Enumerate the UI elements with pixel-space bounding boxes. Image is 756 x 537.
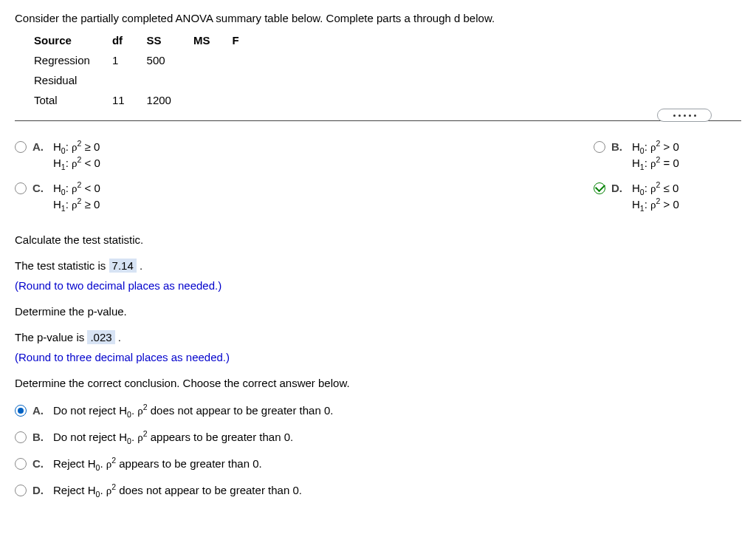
calc-stat-label: Calculate the test statistic. [15,232,741,247]
question-intro: Consider the partially completed ANOVA s… [15,10,741,26]
option-body: Do not reject H0. ρ2 appears to be great… [53,429,293,445]
option-letter: C. [32,180,47,196]
conclusion-label: Determine the correct conclusion. Choose… [15,375,741,391]
pvalue-sentence: The p-value is .023 . [15,329,741,345]
option-body: Reject H0. ρ2 appears to be greater than… [53,456,262,472]
table-row: Regression 1 500 [34,50,261,70]
conclusion-option-a[interactable]: A. Do not reject H0. ρ2 does not appear … [15,403,741,419]
anova-table: Source df SS MS F Regression 1 500 Resid… [34,30,741,110]
col-source: Source [34,30,112,50]
table-row: Total 11 1200 [34,90,261,110]
option-a[interactable]: A. H0: ρ2 ≥ 0 H1: ρ2 < 0 [15,139,413,171]
option-body: Reject H0. ρ2 does not appear to be grea… [53,482,302,499]
radio-icon[interactable] [15,431,27,443]
option-letter: A. [32,139,47,154]
cell: 11 [112,90,147,110]
cell: Total [34,90,112,110]
cell: 1200 [147,90,193,110]
divider [15,120,741,121]
option-body: H0: ρ2 ≤ 0 H1: ρ2 > 0 [632,180,679,213]
col-f: F [232,30,261,50]
option-letter: C. [32,456,47,471]
option-letter: B. [611,139,626,154]
pvalue-hint: (Round to three decimal places as needed… [15,349,741,365]
conclusion-option-b[interactable]: B. Do not reject H0. ρ2 appears to be gr… [15,429,741,445]
col-ms: MS [193,30,233,50]
radio-icon[interactable] [15,485,27,496]
col-ss: SS [147,30,193,50]
option-letter: D. [32,482,47,498]
option-letter: B. [32,429,47,445]
radio-icon[interactable] [594,141,605,153]
stat-hint: (Round to two decimal places as needed.) [15,278,741,293]
option-body: H0: ρ2 ≥ 0 H1: ρ2 < 0 [53,139,100,171]
radio-selected-icon[interactable] [15,405,27,417]
option-b[interactable]: B. H0: ρ2 > 0 H1: ρ2 = 0 [594,139,741,171]
stat-sentence: The test statistic is 7.14 . [15,258,741,273]
option-body: H0: ρ2 < 0 H1: ρ2 ≥ 0 [53,180,100,213]
conclusion-option-c[interactable]: C. Reject H0. ρ2 appears to be greater t… [15,456,741,472]
pvalue-label: Determine the p-value. [15,304,741,319]
option-letter: D. [611,180,626,196]
radio-icon[interactable] [15,141,27,153]
radio-correct-icon[interactable] [594,182,605,194]
more-dots-button[interactable] [657,109,712,122]
option-c[interactable]: C. H0: ρ2 < 0 H1: ρ2 ≥ 0 [15,180,413,213]
col-df: df [112,30,147,50]
option-d[interactable]: D. H0: ρ2 ≤ 0 H1: ρ2 > 0 [594,180,741,213]
radio-icon[interactable] [15,182,27,194]
radio-icon[interactable] [15,458,27,470]
option-body: Do not reject H0. ρ2 does not appear to … [53,403,333,419]
cell: 500 [147,50,193,70]
stat-value[interactable]: 7.14 [109,259,137,273]
conclusion-option-d[interactable]: D. Reject H0. ρ2 does not appear to be g… [15,482,741,499]
table-row: Residual [34,70,261,90]
pvalue-value[interactable]: .023 [87,330,114,344]
cell: Regression [34,50,112,70]
option-letter: A. [32,403,47,418]
cell: Residual [34,70,112,90]
cell: 1 [112,50,147,70]
option-body: H0: ρ2 > 0 H1: ρ2 = 0 [632,139,679,171]
